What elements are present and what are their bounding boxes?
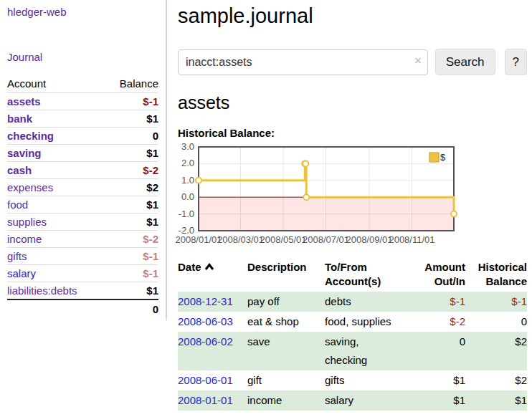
svg-text:1.0: 1.0: [181, 175, 194, 186]
account-link-saving[interactable]: saving: [7, 147, 42, 159]
transaction-amount: $1: [412, 390, 465, 411]
transaction-amount: 0: [412, 332, 465, 370]
account-balance: $-2: [105, 162, 158, 179]
transaction-date-link[interactable]: 2008-12-31: [178, 295, 233, 307]
register-header-balance[interactable]: Historical Balance: [465, 259, 527, 292]
account-balance: 0: [105, 128, 158, 145]
account-balance: $-1: [105, 265, 158, 282]
register-table: Date Description To/From Account(s) Amou…: [178, 259, 527, 411]
account-name-cell: supplies: [7, 214, 105, 231]
account-row: checking0: [7, 128, 158, 145]
transaction-date-link[interactable]: 2008-01-01: [178, 394, 233, 406]
account-row: cash$-2: [7, 162, 158, 179]
transaction-balance: 0: [465, 312, 527, 332]
account-name-cell: cash: [7, 162, 105, 179]
transaction-description: eat & shop: [247, 312, 325, 332]
account-row: saving$1: [7, 145, 158, 162]
help-button[interactable]: ?: [505, 49, 527, 75]
accounts-total-row: 0: [7, 299, 158, 318]
transaction-amount: $-1: [412, 292, 465, 312]
transaction-date-link[interactable]: 2008-06-02: [178, 335, 233, 348]
register-header-description[interactable]: Description: [247, 259, 325, 292]
svg-text:2008/11/01: 2008/11/01: [389, 234, 434, 245]
account-name-cell: food: [7, 196, 105, 214]
register-header-amount[interactable]: Amount Out/In: [412, 259, 465, 292]
accounts-header-account: Account: [7, 76, 105, 93]
transaction-balance: $1: [465, 390, 527, 411]
account-row: bank$1: [7, 110, 158, 128]
account-row: income$-2: [7, 231, 158, 248]
app-brand-link[interactable]: hledger-web: [7, 6, 158, 18]
accounts-header-row: Account Balance: [7, 76, 158, 93]
search-box: ×: [178, 49, 428, 75]
transaction-accounts: saving, checking: [325, 332, 412, 370]
account-balance: $1: [105, 145, 158, 162]
account-balance: $1: [105, 214, 158, 231]
sidebar-item-journal[interactable]: Journal: [7, 51, 158, 63]
account-link-liabilities-debts[interactable]: liabilities:debts: [7, 284, 77, 297]
search-form: × Search ?: [178, 49, 527, 75]
spacer: [7, 299, 105, 318]
transaction-accounts: salary: [325, 390, 412, 411]
historical-balance-chart: $3.02.01.00.0-1.0-2.02008/01/012008/03/0…: [174, 143, 462, 249]
account-link-assets[interactable]: assets: [7, 95, 41, 107]
account-row: food$1: [7, 196, 158, 214]
search-button[interactable]: Search: [435, 49, 495, 75]
transaction-date-cell: 2008-01-01: [178, 390, 247, 411]
account-link-bank[interactable]: bank: [7, 112, 32, 125]
account-balance: $-1: [105, 93, 158, 110]
account-link-expenses[interactable]: expenses: [7, 181, 53, 193]
transaction-row: 2008-06-02savesaving, checking0$2: [178, 332, 527, 370]
accounts-header-balance: Balance: [105, 76, 158, 93]
account-link-cash[interactable]: cash: [7, 164, 32, 176]
transaction-row: 2008-06-01giftgifts$1$2: [178, 370, 527, 390]
account-link-gifts[interactable]: gifts: [7, 250, 27, 262]
transaction-date-link[interactable]: 2008-06-01: [178, 374, 233, 386]
svg-text:2.0: 2.0: [181, 158, 194, 168]
account-link-income[interactable]: income: [7, 233, 42, 245]
account-link-salary[interactable]: salary: [7, 267, 36, 279]
transaction-date-link[interactable]: 2008-06-03: [178, 315, 233, 327]
transaction-amount: $1: [412, 370, 465, 390]
account-link-supplies[interactable]: supplies: [7, 216, 47, 228]
transaction-accounts: food, supplies: [325, 312, 412, 332]
register-header-row: Date Description To/From Account(s) Amou…: [178, 259, 527, 292]
transaction-balance: $2: [465, 370, 527, 390]
transaction-row: 2008-06-03eat & shopfood, supplies$-20: [178, 312, 527, 332]
transaction-date-cell: 2008-06-02: [178, 332, 247, 370]
account-row: assets$-1: [7, 93, 158, 110]
account-balance: $2: [105, 179, 158, 196]
search-input[interactable]: [178, 49, 428, 75]
clear-search-icon[interactable]: ×: [414, 54, 421, 67]
svg-text:3.0: 3.0: [181, 143, 194, 152]
svg-text:2008/05/01: 2008/05/01: [260, 234, 306, 245]
transaction-accounts: gifts: [325, 370, 412, 390]
transaction-description: gift: [247, 370, 325, 390]
register-header-accounts[interactable]: To/From Account(s): [325, 259, 412, 292]
transaction-row: 2008-12-31pay offdebts$-1$-1: [178, 292, 527, 312]
account-name-cell: bank: [7, 110, 105, 128]
account-link-food[interactable]: food: [7, 198, 28, 211]
chart-title: Historical Balance:: [178, 127, 527, 139]
account-row: gifts$-1: [7, 248, 158, 265]
transaction-balance: $2: [465, 332, 527, 370]
account-name-cell: salary: [7, 265, 105, 282]
account-balance: $-2: [105, 231, 158, 248]
transaction-date-cell: 2008-06-03: [178, 312, 247, 332]
register-header-date-label: Date: [178, 261, 201, 273]
accounts-total-balance: 0: [105, 299, 158, 318]
account-name-cell: assets: [7, 93, 105, 110]
transaction-amount: $-2: [412, 312, 465, 332]
svg-text:$: $: [440, 152, 446, 163]
transaction-description: save: [247, 332, 325, 370]
account-balance: $1: [105, 196, 158, 214]
account-name-cell: liabilities:debts: [7, 282, 105, 300]
svg-text:2008/07/01: 2008/07/01: [303, 234, 349, 245]
account-link-checking[interactable]: checking: [7, 130, 54, 142]
transaction-row: 2008-01-01incomesalary$1$1: [178, 390, 527, 411]
transaction-date-cell: 2008-06-01: [178, 370, 247, 390]
register-header-date[interactable]: Date: [178, 259, 247, 292]
account-balance: $-1: [105, 248, 158, 265]
svg-text:-1.0: -1.0: [179, 208, 194, 219]
svg-text:2008/09/01: 2008/09/01: [346, 234, 392, 245]
